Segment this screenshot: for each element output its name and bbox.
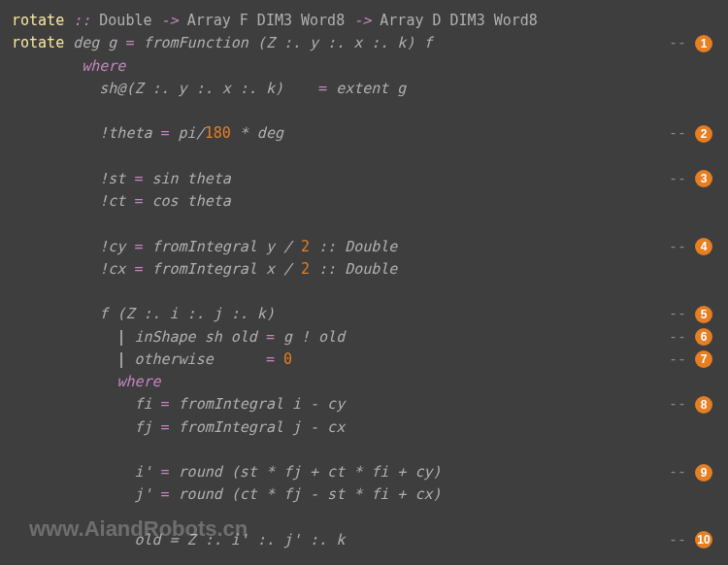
annotation-10: -- 10 xyxy=(669,529,712,551)
annotation-9: -- 9 xyxy=(669,461,712,483)
code-line-st: !st = sin theta-- 3 xyxy=(12,168,716,190)
badge-icon: 9 xyxy=(695,464,712,482)
code-line-guard1: | inShape sh old = g ! old-- 6 xyxy=(12,326,716,349)
code-line-where2: where xyxy=(12,371,716,393)
code-line-ip: i' = round (st * fj + ct * fi + cy)-- 9 xyxy=(12,461,716,483)
badge-icon: 3 xyxy=(695,170,712,187)
badge-icon: 7 xyxy=(695,350,712,368)
badge-icon: 1 xyxy=(695,35,712,52)
code-line-jp: j' = round (ct * fj - st * fi + cx) xyxy=(12,483,716,506)
blank-line xyxy=(12,507,716,529)
annotation-4: -- 4 xyxy=(669,236,712,258)
code-line-cx: !cx = fromIntegral x / 2 :: Double xyxy=(12,258,716,281)
code-line-ct: !ct = cos theta xyxy=(12,190,716,213)
blank-line xyxy=(12,213,716,235)
code-line-where: where xyxy=(12,55,716,78)
blank-line xyxy=(12,281,716,303)
annotation-2: -- 2 xyxy=(669,122,712,145)
annotation-1: -- 1 xyxy=(669,32,712,54)
blank-line xyxy=(12,439,716,461)
blank-line xyxy=(12,146,716,168)
annotation-5: -- 5 xyxy=(669,303,712,325)
blank-line xyxy=(12,100,716,122)
badge-icon: 8 xyxy=(695,396,712,414)
code-line-fj: fj = fromIntegral j - cx xyxy=(12,416,716,439)
code-line-old: old = Z :. i' :. j' :. k-- 10 xyxy=(12,529,716,551)
fn-name: rotate xyxy=(12,12,64,29)
badge-icon: 10 xyxy=(695,531,712,548)
code-line-cy: !cy = fromIntegral y / 2 :: Double-- 4 xyxy=(12,236,716,258)
annotation-8: -- 8 xyxy=(669,393,712,415)
code-line-def: rotate deg g = fromFunction (Z :. y :. x… xyxy=(12,32,716,54)
code-line-guard2: | otherwise = 0-- 7 xyxy=(12,349,716,371)
code-line-sh: sh@(Z :. y :. x :. k) = extent g xyxy=(12,78,716,100)
annotation-3: -- 3 xyxy=(669,168,712,190)
code-line-fhead: f (Z :. i :. j :. k)-- 5 xyxy=(12,303,716,325)
annotation-6: -- 6 xyxy=(669,326,712,349)
badge-icon: 4 xyxy=(695,238,712,255)
badge-icon: 2 xyxy=(695,125,712,143)
code-line-fi: fi = fromIntegral i - cy-- 8 xyxy=(12,393,716,415)
code-line-signature: rotate :: Double -> Array F DIM3 Word8 -… xyxy=(12,10,716,32)
code-line-theta: !theta = pi/180 * deg-- 2 xyxy=(12,122,716,145)
badge-icon: 5 xyxy=(695,306,712,323)
badge-icon: 6 xyxy=(695,328,712,346)
annotation-7: -- 7 xyxy=(669,349,712,371)
